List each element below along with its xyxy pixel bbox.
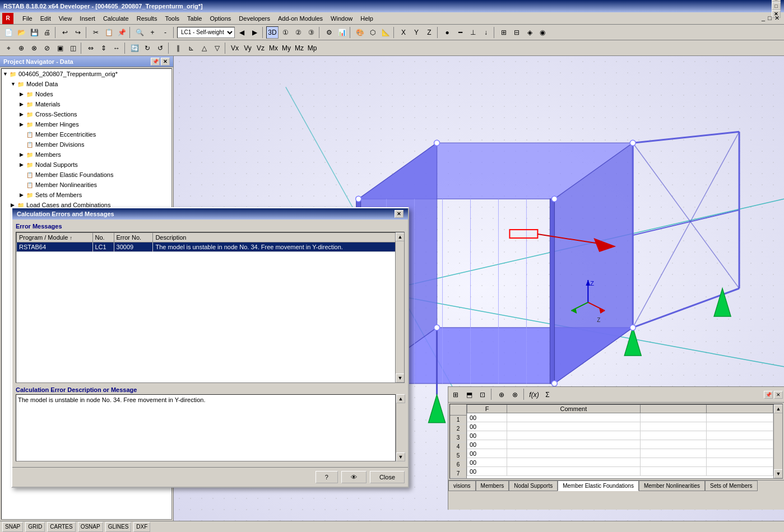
grid-btn[interactable]: GRID (25, 522, 45, 532)
tb-zoom-out[interactable]: - (159, 26, 171, 39)
cell-f4[interactable]: 00 (467, 440, 507, 449)
cell-comment6[interactable] (507, 458, 640, 467)
tb-view3[interactable]: ③ (305, 26, 317, 39)
cell-3-6[interactable] (640, 458, 707, 467)
tb2-17[interactable]: Vx (229, 42, 241, 54)
tb-snap[interactable]: 📐 (379, 26, 392, 39)
osnap-btn[interactable]: OSNAP (78, 522, 103, 532)
tab-member-elastic-foundations[interactable]: Member Elastic Foundations (558, 480, 639, 491)
bp-sigma[interactable]: Σ (541, 389, 554, 401)
tb2-12[interactable]: ↺ (154, 42, 166, 54)
bp-pin[interactable]: 📌 (764, 391, 773, 399)
cell-f2[interactable]: 00 (467, 422, 507, 431)
tree-root[interactable]: ▼ 📁 004605_200807_Treppenturm_orig* (2, 69, 171, 79)
maximize-button[interactable]: □ (772, 2, 781, 10)
tb-extra4[interactable]: ◉ (536, 26, 549, 39)
tb-calc[interactable]: ⚙ (323, 26, 335, 39)
cell-3-7[interactable] (640, 467, 707, 476)
menu-options[interactable]: Options (206, 13, 234, 24)
error-row-1[interactable]: RSTAB64 LC1 30009 The model is unstable … (17, 242, 404, 252)
tree-sets-of-members[interactable]: ▶ 📁 Sets of Members (2, 190, 171, 200)
tb2-14[interactable]: ⊾ (185, 42, 197, 54)
tb-x[interactable]: X (397, 26, 410, 39)
desc-scroll-up[interactable]: ▲ (396, 394, 405, 403)
tb-new[interactable]: 📄 (2, 26, 15, 39)
tb2-18[interactable]: Vy (242, 42, 254, 54)
tb-search[interactable]: 🔍 (133, 26, 146, 39)
close-button[interactable]: Close (370, 471, 405, 483)
menu-table[interactable]: Table (184, 13, 205, 24)
calc-errors-dialog[interactable]: Calculation Errors and Messages ✕ Error … (11, 207, 409, 488)
tb2-16[interactable]: ▽ (211, 42, 223, 54)
tb2-11[interactable]: ↻ (141, 42, 154, 54)
bp-close[interactable]: ✕ (774, 391, 783, 399)
tb2-3[interactable]: ⊗ (28, 42, 40, 54)
menu-addon[interactable]: Add-on Modules (275, 13, 326, 24)
cell-comment4[interactable] (507, 440, 640, 449)
desc-scroll-down[interactable]: ▼ (396, 452, 405, 461)
tb-render[interactable]: 🎨 (354, 26, 366, 39)
tb-extra3[interactable]: ◈ (523, 26, 536, 39)
tree-nodal-supports[interactable]: ▶ 📁 Nodal Supports (2, 160, 171, 170)
cell-4-3[interactable] (707, 431, 773, 440)
bp-btn5[interactable]: ⊗ (509, 389, 521, 401)
tb-view1[interactable]: ① (279, 26, 291, 39)
tree-member-divisions[interactable]: ▶ 📋 Member Divisions (2, 139, 171, 150)
tb-load[interactable]: ↓ (480, 26, 492, 39)
bp-fx[interactable]: f(x) (528, 389, 540, 401)
tree-member-nonlinearities[interactable]: ▶ 📋 Member Nonlinearities (2, 180, 171, 190)
cell-comment2[interactable] (507, 422, 640, 431)
menu-calculate[interactable]: Calculate (100, 13, 132, 24)
tab-sets-of-members[interactable]: Sets of Members (705, 480, 758, 491)
tb-prev-lc[interactable]: ◀ (235, 26, 248, 39)
menu-help[interactable]: Help (357, 13, 377, 24)
cell-comment5[interactable] (507, 449, 640, 458)
cell-f7[interactable]: 00 (467, 467, 507, 476)
cell-3-2[interactable] (640, 422, 707, 431)
tb-print[interactable]: 🖨 (41, 26, 53, 39)
nav-pin[interactable]: 📌 (151, 58, 160, 66)
cell-4-6[interactable] (707, 458, 773, 467)
cell-4-1[interactable] (707, 413, 773, 422)
menu-view[interactable]: View (55, 13, 76, 24)
tree-materials[interactable]: ▶ 📁 Materials (2, 99, 171, 109)
tb2-13[interactable]: ∥ (172, 42, 184, 54)
tree-nodes[interactable]: ▶ 📁 Nodes (2, 89, 171, 99)
cell-3-3[interactable] (640, 431, 707, 440)
menu-file[interactable]: File (19, 13, 36, 24)
cell-3-4[interactable] (640, 440, 707, 449)
scroll-up[interactable]: ▲ (774, 404, 783, 413)
tab-nodal-supports[interactable]: Nodal Supports (509, 480, 558, 491)
tb2-2[interactable]: ⊕ (15, 42, 27, 54)
cell-f3[interactable]: 00 (467, 431, 507, 440)
tb2-5[interactable]: ▣ (54, 42, 66, 54)
tb-z[interactable]: Z (423, 26, 435, 39)
scroll-track[interactable] (774, 413, 782, 469)
tb2-23[interactable]: Mp (306, 42, 318, 54)
tree-model-data[interactable]: ▼ 📁 Model Data (2, 79, 171, 89)
cell-4-2[interactable] (707, 422, 773, 431)
cell-f1[interactable]: 00 (467, 413, 507, 422)
tb-node[interactable]: ● (441, 26, 453, 39)
tb-zoom-in[interactable]: + (146, 26, 159, 39)
tree-cross-sections[interactable]: ▶ 📁 Cross-Sections (2, 109, 171, 119)
error-scroll-track[interactable] (396, 241, 404, 374)
tb-undo[interactable]: ↩ (59, 26, 71, 39)
cell-comment7[interactable] (507, 467, 640, 476)
tb2-7[interactable]: ⇔ (85, 42, 97, 54)
error-scroll-down[interactable]: ▼ (396, 374, 405, 382)
tb-support[interactable]: ⊥ (467, 26, 479, 39)
cell-3-1[interactable] (640, 413, 707, 422)
bp-btn1[interactable]: ⊞ (449, 389, 462, 401)
visibility-button[interactable]: 👁 (341, 471, 367, 483)
tb-copy[interactable]: 📋 (103, 26, 115, 39)
tb-y[interactable]: Y (410, 26, 423, 39)
tb-view3d[interactable]: 3D (266, 26, 279, 39)
cell-4-5[interactable] (707, 449, 773, 458)
menu-developers[interactable]: Developers (235, 13, 273, 24)
cell-f6[interactable]: 00 (467, 458, 507, 467)
tb-member[interactable]: ━ (454, 26, 466, 39)
error-scroll-up[interactable]: ▲ (396, 232, 405, 241)
snap-btn[interactable]: SNAP (2, 522, 23, 532)
menu-tools[interactable]: Tools (161, 13, 183, 24)
